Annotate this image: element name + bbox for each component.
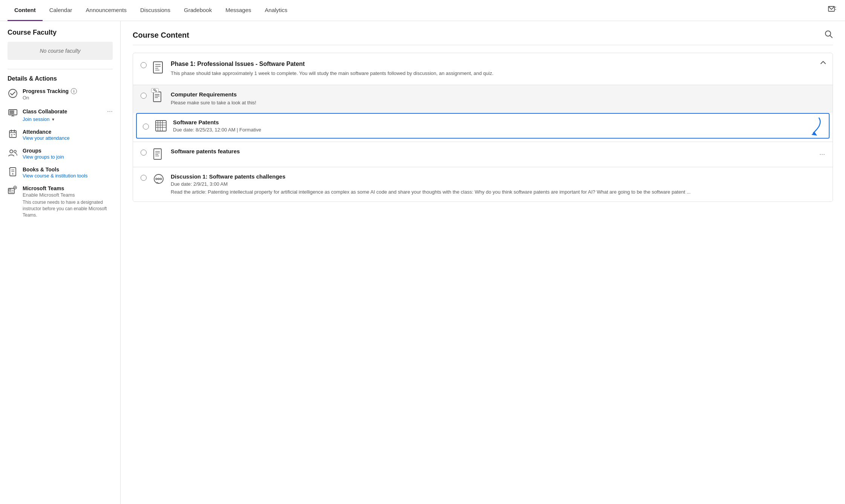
- svg-rect-49: [154, 149, 161, 159]
- svg-rect-2: [9, 110, 17, 115]
- software-patents-features-more[interactable]: ···: [819, 150, 825, 158]
- svg-rect-8: [13, 113, 14, 114]
- attendance-icon: [8, 129, 18, 139]
- computer-requirements-description: Please make sure to take a look at this!: [171, 99, 825, 107]
- no-faculty-box: No course faculty: [8, 42, 113, 60]
- discussion-1-item: Discussion 1: Software patents challenge…: [133, 167, 833, 202]
- software-patents-meta: Due date: 8/25/23, 12:00 AM | Formative: [173, 127, 823, 133]
- sidebar: Course Faculty No course faculty Details…: [0, 21, 121, 504]
- arrow-annotation: [793, 116, 823, 138]
- software-patents-features-text: Software patents features: [171, 148, 814, 156]
- svg-point-57: [160, 178, 162, 180]
- nav-item-gradebook[interactable]: Gradebook: [177, 0, 219, 21]
- class-collaborate-item: Class Collaborate ··· Join session ▾: [8, 107, 113, 122]
- svg-point-1: [9, 89, 17, 98]
- computer-requirements-radio[interactable]: [141, 93, 147, 99]
- discussion-1-text: Discussion 1: Software patents challenge…: [171, 173, 825, 196]
- phase-1-icon: [152, 61, 165, 77]
- sidebar-divider-1: [8, 69, 113, 69]
- nav-item-messages[interactable]: Messages: [219, 0, 258, 21]
- details-actions-title: Details & Actions: [8, 75, 113, 82]
- join-session-dropdown[interactable]: ▾: [52, 117, 54, 122]
- svg-rect-11: [9, 131, 16, 137]
- groups-item: Groups View groups to join: [8, 148, 113, 160]
- phase-1-text: Phase 1: Professional Issues - Software …: [171, 61, 825, 77]
- progress-tracking-title: Progress Tracking i: [23, 88, 113, 94]
- phase-1-radio[interactable]: [141, 62, 147, 68]
- notification-icon[interactable]: [827, 5, 837, 16]
- class-collaborate-more[interactable]: ···: [107, 107, 113, 115]
- books-tools-content: Books & Tools View course & institution …: [23, 166, 113, 179]
- phase-1-title: Phase 1: Professional Issues - Software …: [171, 61, 810, 67]
- svg-rect-5: [13, 111, 14, 112]
- nav-item-announcements[interactable]: Announcements: [79, 0, 133, 21]
- software-patents-title: Software Patents: [173, 119, 823, 125]
- software-patents-icon: [154, 120, 168, 132]
- software-patents-radio[interactable]: [143, 124, 149, 130]
- computer-requirements-text: Computer Requirements Please make sure t…: [171, 91, 825, 107]
- progress-tracking-content: Progress Tracking i On: [23, 88, 113, 101]
- nav-item-discussions[interactable]: Discussions: [133, 0, 177, 21]
- course-faculty-title: Course Faculty: [8, 29, 113, 37]
- search-button[interactable]: [825, 30, 833, 40]
- svg-point-55: [156, 178, 157, 180]
- svg-rect-3: [10, 111, 11, 112]
- groups-link[interactable]: View groups to join: [23, 154, 64, 160]
- microsoft-teams-subtitle: Enable Microsoft Teams: [23, 192, 113, 198]
- books-tools-title: Books & Tools: [23, 166, 113, 173]
- computer-requirements-title: Computer Requirements: [171, 91, 825, 98]
- books-tools-item: Books & Tools View course & institution …: [8, 166, 113, 179]
- attendance-item: Attendance View your attendance: [8, 129, 113, 141]
- books-tools-icon: [8, 166, 18, 177]
- phase-1-collapse-button[interactable]: [820, 59, 827, 67]
- class-collaborate-icon: [8, 107, 18, 118]
- svg-rect-41: [156, 121, 166, 131]
- software-patents-features-item: Software patents features ···: [133, 142, 833, 167]
- join-session-link[interactable]: Join session: [23, 116, 50, 122]
- computer-requirements-icon: [152, 91, 165, 107]
- page-layout: Course Faculty No course faculty Details…: [0, 21, 845, 504]
- software-patents-features-radio[interactable]: [141, 150, 147, 156]
- discussion-1-icon: [152, 173, 165, 185]
- microsoft-teams-item: Microsoft Teams Enable Microsoft Teams T…: [8, 185, 113, 218]
- svg-point-18: [10, 150, 13, 153]
- microsoft-teams-icon: [8, 185, 18, 196]
- groups-content: Groups View groups to join: [23, 148, 113, 160]
- discussion-1-description: Read the article: Patenting intellectual…: [171, 188, 825, 196]
- svg-line-30: [830, 36, 833, 38]
- content-header: Course Content: [133, 30, 833, 45]
- class-collaborate-row: Class Collaborate ···: [23, 107, 113, 115]
- svg-point-56: [158, 178, 159, 180]
- svg-point-19: [14, 150, 16, 153]
- nav-item-calendar[interactable]: Calendar: [43, 0, 79, 21]
- svg-rect-7: [11, 113, 12, 114]
- nav-items-container: Content Calendar Announcements Discussio…: [8, 0, 827, 21]
- attendance-link[interactable]: View your attendance: [23, 135, 70, 141]
- computer-requirements-item: Computer Requirements Please make sure t…: [133, 85, 833, 113]
- discussion-1-meta: Due date: 2/9/21, 3:00 AM: [171, 181, 825, 187]
- progress-tracking-icon: [8, 88, 18, 99]
- microsoft-teams-description: This course needs to have a designated i…: [23, 199, 113, 218]
- microsoft-teams-content: Microsoft Teams Enable Microsoft Teams T…: [23, 185, 113, 218]
- attendance-title: Attendance: [23, 129, 113, 135]
- class-collaborate-title: Class Collaborate: [23, 108, 67, 115]
- microsoft-teams-title: Microsoft Teams: [23, 185, 113, 191]
- svg-rect-4: [11, 111, 12, 112]
- nav-item-content[interactable]: Content: [8, 0, 43, 21]
- progress-tracking-item: Progress Tracking i On: [8, 88, 113, 101]
- nav-item-analytics[interactable]: Analytics: [258, 0, 294, 21]
- content-title: Course Content: [133, 31, 189, 40]
- software-patents-text: Software Patents Due date: 8/25/23, 12:0…: [173, 119, 823, 133]
- phase-1-description: This phase should take approximately 1 w…: [171, 70, 810, 77]
- svg-rect-6: [10, 113, 11, 114]
- main-content: Course Content: [121, 21, 845, 504]
- discussion-1-title: Discussion 1: Software patents challenge…: [171, 173, 825, 180]
- phase-1-header: Phase 1: Professional Issues - Software …: [133, 53, 833, 85]
- software-patents-features-title: Software patents features: [171, 148, 814, 154]
- progress-tracking-info[interactable]: i: [71, 88, 77, 94]
- groups-icon: [8, 148, 18, 158]
- groups-title: Groups: [23, 148, 113, 154]
- books-tools-link[interactable]: View course & institution tools: [23, 173, 87, 179]
- top-navigation: Content Calendar Announcements Discussio…: [0, 0, 845, 21]
- discussion-1-radio[interactable]: [141, 175, 147, 181]
